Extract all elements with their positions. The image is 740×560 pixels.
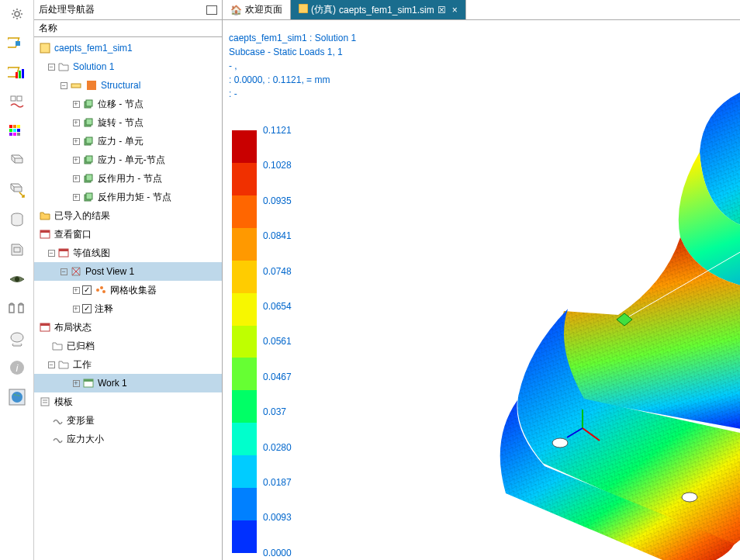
svg-rect-17	[17, 133, 20, 136]
dirty-icon: ☒	[437, 5, 446, 16]
svg-rect-49	[40, 323, 50, 326]
tree-stressmag[interactable]: 应力大小	[34, 430, 222, 448]
tree-archived[interactable]: 已归档	[34, 337, 222, 355]
pin-icon[interactable]	[206, 5, 217, 15]
legend-tick: 0.0000	[263, 548, 292, 558]
svg-rect-7	[11, 96, 16, 101]
tree-contour[interactable]: −等值线图	[34, 244, 222, 262]
mesh-icon	[95, 284, 107, 296]
nav-icon-10[interactable]	[6, 327, 28, 349]
svg-rect-14	[17, 129, 20, 132]
folder-icon	[57, 358, 70, 371]
svg-point-0	[15, 12, 19, 16]
legend-seg	[232, 163, 257, 195]
panel-header: 后处理导航器	[34, 0, 222, 20]
svg-rect-9	[9, 125, 12, 128]
collapse-icon[interactable]: −	[47, 62, 56, 71]
fem-part	[471, 74, 740, 560]
expand-icon[interactable]: +	[71, 99, 81, 109]
legend-tick: 0.0093	[263, 512, 292, 523]
tree-postview[interactable]: −Post View 1	[34, 262, 222, 281]
nav-icon-2[interactable]	[6, 62, 28, 84]
collapse-icon[interactable]: −	[47, 248, 56, 258]
nav-icon-9[interactable]	[6, 298, 28, 320]
nav-icon-6[interactable]	[6, 180, 28, 202]
tree-layout[interactable]: 布局状态	[34, 318, 222, 337]
tree-result-react-m[interactable]: +反作用力矩 - 节点	[34, 188, 222, 206]
tree-root[interactable]: caepts_fem1_sim1	[34, 39, 222, 57]
nav-icon-7[interactable]	[6, 209, 28, 231]
legend-bar	[232, 130, 257, 553]
legend-seg	[232, 423, 257, 455]
tree-result-stress-e[interactable]: +应力 - 单元	[34, 132, 222, 150]
tree-template[interactable]: 模板	[34, 392, 222, 411]
tree-result-rot[interactable]: +旋转 - 节点	[34, 113, 222, 132]
folder-icon	[39, 209, 51, 222]
expand-icon[interactable]: +	[71, 118, 81, 127]
svg-line-60	[583, 428, 600, 441]
svg-rect-5	[19, 71, 21, 78]
svg-rect-30	[86, 100, 92, 106]
legend-seg	[232, 261, 257, 293]
nav-icon-1[interactable]	[6, 33, 28, 54]
expand-icon[interactable]: +	[71, 192, 81, 202]
nav-icon-3[interactable]	[6, 92, 28, 113]
nav-icon-5[interactable]	[6, 150, 28, 172]
svg-rect-36	[86, 156, 92, 162]
eye-icon[interactable]	[6, 268, 28, 290]
checkbox-checked[interactable]: ✓	[82, 285, 92, 295]
tree-work1[interactable]: +Work 1	[34, 374, 222, 392]
tree-structural[interactable]: −Structural	[34, 76, 222, 95]
tree-deform[interactable]: 变形量	[34, 411, 222, 430]
nav-icon-8[interactable]	[6, 239, 28, 261]
expand-icon[interactable]: +	[71, 137, 81, 146]
legend-tick: 0.1121	[263, 125, 292, 136]
expand-icon[interactable]: +	[71, 285, 81, 295]
viewport[interactable]: caepts_fem1_sim1 : Solution 1 Subcase - …	[223, 20, 740, 560]
collapse-icon[interactable]: −	[47, 360, 56, 369]
deform-icon	[51, 414, 64, 427]
legend-tick: 0.0280	[263, 442, 292, 453]
column-header[interactable]: 名称	[34, 20, 222, 37]
tree-viewwin[interactable]: 查看窗口	[34, 225, 222, 244]
work-icon	[82, 377, 95, 389]
tab-sim[interactable]: (仿真) caepts_fem1_sim1.sim ☒ ×	[291, 0, 466, 19]
tree-imported[interactable]: 已导入的结果	[34, 206, 222, 225]
expand-icon[interactable]: +	[71, 155, 81, 164]
close-icon[interactable]: ×	[452, 5, 458, 16]
tree-annot[interactable]: +✓注释	[34, 299, 222, 318]
collapse-icon[interactable]: −	[59, 81, 68, 90]
tree-result-disp[interactable]: +位移 - 节点	[34, 95, 222, 113]
expand-icon[interactable]: +	[71, 379, 81, 388]
tree-result-react[interactable]: +反作用力 - 节点	[34, 169, 222, 188]
tree-meshcoll[interactable]: +✓网格收集器	[34, 281, 222, 299]
collapse-icon[interactable]: −	[59, 267, 68, 276]
legend-seg	[232, 326, 257, 358]
legend-tick: 0.0561	[263, 336, 292, 347]
settings-icon[interactable]	[6, 3, 28, 25]
navigator-panel: 后处理导航器 名称 caepts_fem1_sim1 −Solution 1 −…	[34, 0, 223, 560]
tab-welcome[interactable]: 🏠欢迎页面	[223, 0, 291, 19]
tree: caepts_fem1_sim1 −Solution 1 −Structural…	[34, 37, 222, 560]
legend-seg	[232, 293, 257, 326]
tree-result-stress-en[interactable]: +应力 - 单元-节点	[34, 150, 222, 169]
expand-icon[interactable]: +	[71, 174, 81, 183]
globe-icon[interactable]	[6, 386, 28, 408]
template-icon	[39, 396, 51, 408]
expand-icon[interactable]: +	[71, 304, 81, 313]
svg-line-61	[567, 428, 583, 437]
cube-icon	[82, 98, 95, 110]
svg-rect-32	[86, 119, 92, 125]
info-icon[interactable]: i	[6, 357, 28, 379]
checkbox-checked[interactable]: ✓	[82, 304, 92, 313]
svg-rect-8	[17, 96, 22, 101]
ruler-icon	[70, 79, 82, 92]
tree-solution[interactable]: −Solution 1	[34, 57, 222, 76]
legend-seg	[232, 228, 257, 261]
svg-point-57	[682, 493, 697, 502]
nav-icon-4[interactable]	[6, 121, 28, 143]
view-triad[interactable]	[565, 406, 604, 445]
legend-tick: 0.0748	[263, 266, 292, 277]
tree-work[interactable]: −工作	[34, 355, 222, 374]
svg-point-46	[100, 286, 103, 289]
